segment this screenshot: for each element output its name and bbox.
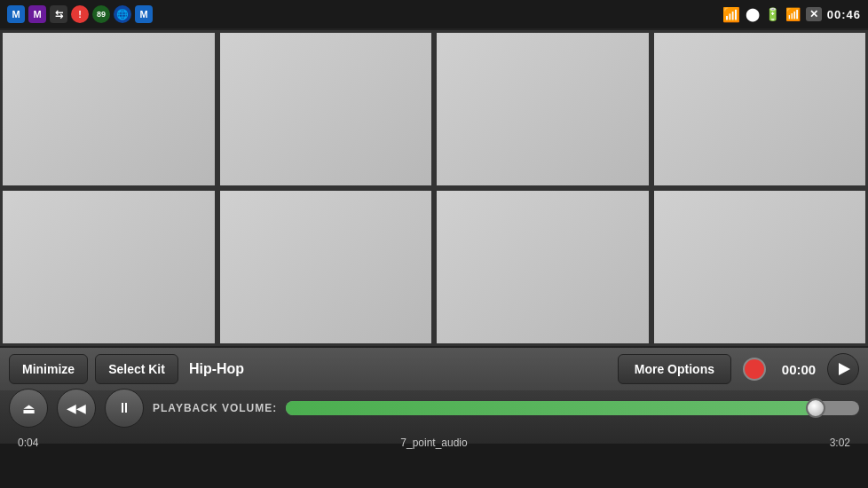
- time-end: 3:02: [830, 437, 850, 449]
- drum-pad-6[interactable]: [217, 188, 435, 346]
- kit-name-label: Hip-Hop: [189, 361, 611, 377]
- x-badge-icon: ✕: [806, 7, 822, 21]
- rewind-icon: ◀◀: [67, 401, 86, 415]
- wifi-icon: 📶: [722, 6, 740, 23]
- drum-pad-8[interactable]: [651, 188, 869, 346]
- app-icon-2: M: [28, 5, 46, 23]
- record-button[interactable]: [738, 353, 770, 385]
- more-options-button[interactable]: More Options: [618, 354, 731, 384]
- playback-top-row: ⏏ ◀◀ ⏸ PLAYBACK VOLUME:: [9, 389, 859, 428]
- time-start: 0:04: [18, 437, 38, 449]
- drum-pad-7[interactable]: [434, 188, 651, 346]
- drum-pad-2[interactable]: [217, 30, 435, 188]
- volume-track: [286, 401, 859, 415]
- clock-display: 00:46: [827, 8, 861, 21]
- status-right-icons: 📶 ⬤ 🔋 📶 ✕ 00:46: [722, 6, 861, 23]
- controls-bar: Minimize Select Kit Hip-Hop More Options…: [0, 346, 868, 390]
- track-name: 7_point_audio: [400, 437, 467, 449]
- eject-button[interactable]: ⏏: [9, 389, 48, 428]
- pause-button[interactable]: ⏸: [105, 389, 144, 428]
- status-bar: M M ⇆ ! 89 🌐 M 📶 ⬤ 🔋 📶 ✕ 00:46: [0, 0, 868, 28]
- play-icon: [839, 363, 850, 375]
- notification-group: !: [71, 5, 89, 23]
- play-button[interactable]: [827, 353, 859, 385]
- select-kit-button[interactable]: Select Kit: [95, 354, 178, 384]
- volume-slider-container[interactable]: [286, 399, 859, 417]
- eject-icon: ⏏: [22, 400, 36, 417]
- drum-pad-5[interactable]: [0, 188, 217, 346]
- battery-full-icon: 🔋: [765, 7, 780, 21]
- notification-icon: !: [71, 5, 89, 23]
- record-circle-icon: [743, 358, 766, 381]
- badge-count: 89: [97, 10, 106, 19]
- app-icon-m2: M: [135, 5, 153, 23]
- time-display: 00:00: [777, 362, 820, 377]
- volume-fill: [286, 401, 813, 415]
- drum-pad-3[interactable]: [434, 30, 651, 188]
- minimize-button[interactable]: Minimize: [9, 354, 88, 384]
- rewind-button[interactable]: ◀◀: [57, 389, 96, 428]
- volume-label: PLAYBACK VOLUME:: [153, 402, 277, 414]
- badge-89: 89: [92, 5, 110, 23]
- bluetooth-icon: ⬤: [746, 7, 760, 21]
- status-left-icons: M M ⇆ ! 89 🌐 M: [7, 5, 153, 23]
- playback-bar: ⏏ ◀◀ ⏸ PLAYBACK VOLUME: 0:04 7_point_aud…: [0, 390, 868, 444]
- app-icon-1: M: [7, 5, 25, 23]
- timeline-row: 0:04 7_point_audio 3:02: [9, 437, 859, 449]
- drum-pads-area: [0, 28, 868, 346]
- pause-icon: ⏸: [117, 400, 131, 416]
- drum-pad-4[interactable]: [651, 30, 869, 188]
- app-icon-arrow: ⇆: [50, 5, 67, 23]
- volume-thumb[interactable]: [806, 398, 825, 418]
- drum-pad-1[interactable]: [0, 30, 217, 188]
- signal-icon: 📶: [785, 7, 801, 21]
- app-icon-globe: 🌐: [114, 5, 131, 23]
